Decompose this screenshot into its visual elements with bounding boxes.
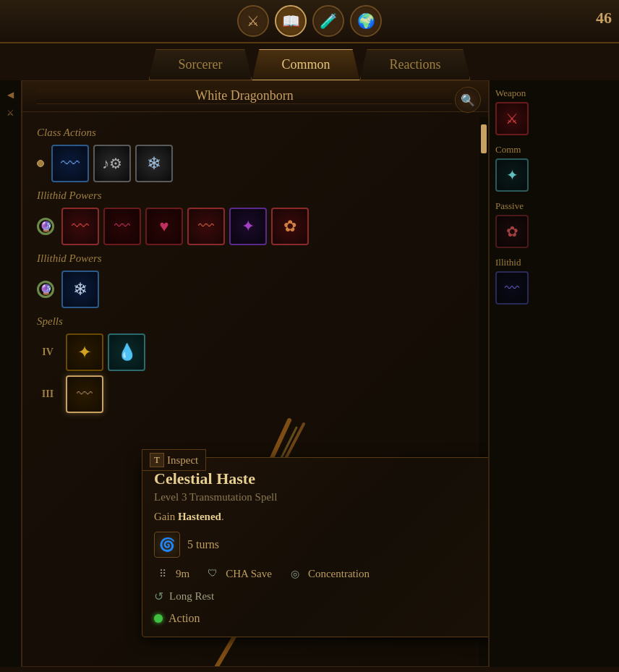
range-icon: ⠿ xyxy=(154,565,171,582)
illithid-sidebar-label: Illithid xyxy=(495,257,613,268)
gain-highlight: Hastened xyxy=(178,511,221,522)
class-action-glyph-2: ♪⚙ xyxy=(102,155,122,172)
class-action-glyph-1: 〰 xyxy=(61,153,80,175)
globe-nav-icon[interactable]: 🌍 xyxy=(350,5,382,37)
passive-glyph: ✿ xyxy=(506,223,518,240)
spells-iv-badge: IV xyxy=(37,346,59,358)
common-icon-row: ✦ xyxy=(495,158,613,192)
spells-iv-row: IV ✦ 💧 xyxy=(37,333,474,371)
illithid-ring-2: 🔮 xyxy=(37,281,54,298)
illithid-ring-1: 🔮 xyxy=(37,218,54,235)
turns-text: 5 turns xyxy=(187,538,219,551)
concentration-stat: ◎ Concentration xyxy=(286,565,370,582)
spells-iii-row: III 〰 xyxy=(37,375,474,413)
spell-iv-glyph-2: 💧 xyxy=(117,343,137,362)
tooltip-rest-row: ↺ Long Rest xyxy=(154,590,489,603)
section-illithid-2: Illithid Powers 🔮 ❄ xyxy=(37,252,474,308)
rest-icon: ↺ xyxy=(154,590,163,603)
illithid-2-row: 🔮 ❄ xyxy=(37,271,474,308)
character-nav-icon[interactable]: ⚔ xyxy=(237,5,269,37)
spell-iv-glyph-1: ✦ xyxy=(77,342,92,362)
panel-title: White Dragonborn xyxy=(37,88,452,104)
weapon-icon-row: ⚔ xyxy=(495,102,613,135)
tooltip-stats-row: ⠿ 9m 🛡 CHA Save ◎ Concentration xyxy=(154,565,489,582)
turns-icon-glyph: 🌀 xyxy=(159,537,175,553)
illithid-icon-7[interactable]: ❄ xyxy=(61,271,99,308)
action-dot xyxy=(154,614,163,623)
illithid-icon-6[interactable]: ✿ xyxy=(271,208,309,245)
gain-text: Gain xyxy=(154,511,175,522)
gain-punctuation: . xyxy=(221,511,224,522)
class-actions-bullet xyxy=(37,160,44,167)
illithid-icon-3[interactable]: ♥ xyxy=(145,208,183,245)
tab-sorcerer[interactable]: Sorcerer xyxy=(149,49,252,80)
tooltip-turns-row: 🌀 5 turns xyxy=(154,532,489,558)
illithid-icon-2[interactable]: 〰 xyxy=(103,208,141,245)
scroll-thumb[interactable] xyxy=(481,124,487,153)
book-nav-icon[interactable]: 📖 xyxy=(275,5,307,37)
concentration-icon: ◎ xyxy=(286,565,304,582)
inspect-label: Inspect xyxy=(167,454,198,467)
weapon-label: Weapon xyxy=(495,88,613,99)
passive-section: Passive ✿ xyxy=(495,200,613,248)
sidebar-deco-2: ⚔ xyxy=(4,106,18,120)
tab-common[interactable]: Common xyxy=(252,49,359,80)
top-navigation-bar: ⚔ 📖 🧪 🌍 46 xyxy=(0,0,619,43)
illithid-glyph-7: ❄ xyxy=(73,279,87,299)
weapon-glyph: ⚔ xyxy=(505,110,518,127)
illithid-icon-row: 〰 xyxy=(495,271,613,305)
illithid-2-icons: ❄ xyxy=(61,271,99,308)
illithid-icon-5[interactable]: ✦ xyxy=(229,208,267,245)
action-text: Action xyxy=(168,612,200,625)
passive-icon-row: ✿ xyxy=(495,215,613,248)
illithid-1-row: 🔮 〰 〰 ♥ 〰 xyxy=(37,208,474,245)
passive-icon[interactable]: ✿ xyxy=(495,215,529,248)
search-icon: 🔍 xyxy=(461,93,475,107)
common-glyph: ✦ xyxy=(506,166,518,184)
tooltip-gain: Gain Hastened. xyxy=(154,511,489,523)
inspect-button[interactable]: T Inspect xyxy=(142,449,206,471)
right-sidebar: Weapon ⚔ Comm ✦ Passive xyxy=(489,80,619,667)
range-value: 9m xyxy=(176,568,189,580)
tab-reactions[interactable]: Reactions xyxy=(360,49,471,80)
class-action-icon-2[interactable]: ♪⚙ xyxy=(93,145,131,182)
range-stat: ⠿ 9m xyxy=(154,565,189,582)
section-class-actions: Class Actions 〰 ♪⚙ ❄ xyxy=(37,127,474,182)
counter-display: 46 xyxy=(596,9,612,27)
common-section-label: Comm xyxy=(495,144,613,156)
search-button[interactable]: 🔍 xyxy=(455,87,481,113)
spell-iv-icon-2[interactable]: 💧 xyxy=(108,333,145,371)
inspect-key: T xyxy=(150,453,164,467)
illithid-glyph-4: 〰 xyxy=(198,217,214,236)
spells-iii-icons: 〰 xyxy=(66,375,103,413)
class-action-icon-3[interactable]: ❄ xyxy=(135,145,173,182)
passive-label: Passive xyxy=(495,200,613,212)
illithid-icon-4[interactable]: 〰 xyxy=(187,208,225,245)
illithid-glyph-6: ✿ xyxy=(283,217,296,236)
concentration-value: Concentration xyxy=(308,568,370,580)
tooltip-action-row: Action xyxy=(154,612,489,625)
turns-icon: 🌀 xyxy=(154,532,180,558)
illithid-glyph-2: 〰 xyxy=(114,217,130,236)
illithid-sidebar-icon[interactable]: 〰 xyxy=(495,271,529,305)
weapon-section: Weapon ⚔ xyxy=(495,88,613,135)
illithid-1-label: Illithid Powers xyxy=(37,190,474,202)
class-action-glyph-3: ❄ xyxy=(147,153,161,174)
illithid-section: Illithid 〰 xyxy=(495,257,613,305)
tooltip-panel: Celestial Haste Level 3 Transmutation Sp… xyxy=(142,457,489,637)
tab-bar: Sorcerer Common Reactions xyxy=(0,43,619,80)
common-icon[interactable]: ✦ xyxy=(495,158,529,192)
panel-wrapper: White Dragonborn 🔍 Class Actions xyxy=(22,80,619,667)
spell-iii-icon-1[interactable]: 〰 xyxy=(66,375,103,413)
spell-iv-icon-1[interactable]: ✦ xyxy=(66,333,103,371)
left-sidebar: ◀ ⚔ xyxy=(0,80,22,667)
weapon-icon[interactable]: ⚔ xyxy=(495,102,529,135)
illithid-icon-1[interactable]: 〰 xyxy=(61,208,99,245)
illithid-1-icons: 〰 〰 ♥ 〰 ✦ xyxy=(61,208,309,245)
illithid-glyph-1: 〰 xyxy=(72,216,89,237)
class-action-icon-1[interactable]: 〰 xyxy=(51,145,89,182)
illithid-2-label: Illithid Powers xyxy=(37,252,474,265)
potion-nav-icon[interactable]: 🧪 xyxy=(312,5,344,37)
tooltip-title: Celestial Haste xyxy=(154,469,489,488)
spells-label: Spells xyxy=(37,315,474,328)
